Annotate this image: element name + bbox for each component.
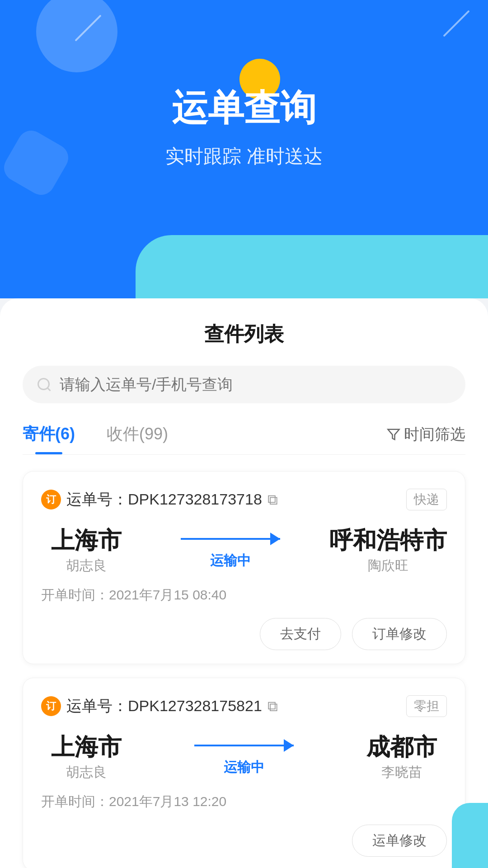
shipment-no-group-0: 订 运单号：DPK127328173718 ⧉ [41, 489, 278, 510]
action-btn-edit-1[interactable]: 运单修改 [352, 825, 447, 857]
search-input[interactable] [60, 376, 452, 393]
shipment-card-1: 订 运单号：DPK127328175821 ⧉ 零担 上海市 胡志良 运输中 [23, 678, 465, 868]
deco-line-tr [443, 10, 469, 37]
card-container: 查件列表 寄件(6) 收件(99) 时间筛选 订 [0, 298, 488, 868]
svg-point-0 [38, 378, 49, 389]
search-icon [36, 377, 52, 393]
shipment-date-1: 开单时间：2021年7月13 12:20 [41, 793, 447, 811]
from-section-1: 上海市 胡志良 [41, 731, 131, 782]
copy-icon-0[interactable]: ⧉ [267, 491, 278, 508]
deco-shape-bl [0, 126, 73, 200]
tabs-bar: 寄件(6) 收件(99) 时间筛选 [23, 423, 465, 455]
to-person-1: 李晓苗 [357, 763, 447, 782]
main-content: 查件列表 寄件(6) 收件(99) 时间筛选 订 [0, 298, 488, 868]
shipment-actions-0: 去支付 订单修改 [41, 618, 447, 650]
to-city-0: 呼和浩特市 [329, 525, 447, 557]
shipment-header-1: 订 运单号：DPK127328175821 ⧉ 零担 [41, 695, 447, 717]
tab-filter[interactable]: 时间筛选 [387, 424, 465, 454]
action-btn-pay-0[interactable]: 去支付 [260, 618, 341, 650]
deco-circle-tl [36, 0, 117, 72]
shipment-card-0: 订 运单号：DPK127328173718 ⧉ 快递 上海市 胡志良 运输中 [23, 471, 465, 664]
shipment-date-0: 开单时间：2021年7月15 08:40 [41, 586, 447, 604]
from-city-1: 上海市 [41, 731, 131, 763]
route-section-1: 上海市 胡志良 运输中 成都市 李晓苗 [41, 731, 447, 782]
wave-section [0, 235, 488, 298]
arrow-line-1 [194, 745, 294, 746]
deco-cyan-right [452, 803, 488, 868]
shipment-no-0: 运单号：DPK127328173718 [66, 489, 262, 510]
card-title: 查件列表 [23, 321, 465, 348]
from-city-0: 上海市 [41, 525, 131, 557]
from-section-0: 上海市 胡志良 [41, 525, 131, 575]
hero-subtitle: 实时跟踪 准时送达 [165, 144, 323, 169]
hero-section: 运单查询 实时跟踪 准时送达 [0, 0, 488, 235]
from-person-0: 胡志良 [41, 557, 131, 575]
route-center-0: 运输中 [131, 530, 329, 570]
svg-marker-2 [388, 429, 399, 439]
search-bar[interactable] [23, 366, 465, 403]
tab-receive[interactable]: 收件(99) [107, 423, 168, 454]
route-center-1: 运输中 [131, 736, 357, 777]
route-arrow-0 [181, 530, 280, 548]
action-btn-edit-0[interactable]: 订单修改 [352, 618, 447, 650]
tab-send[interactable]: 寄件(6) [23, 423, 75, 454]
from-person-1: 胡志良 [41, 763, 131, 782]
to-section-1: 成都市 李晓苗 [357, 731, 447, 782]
svg-line-1 [47, 387, 51, 391]
filter-label: 时间筛选 [404, 424, 465, 445]
arrow-head-0 [270, 533, 280, 545]
order-icon-0: 订 [41, 490, 61, 509]
shipment-actions-1: 运单修改 [41, 825, 447, 857]
route-section-0: 上海市 胡志良 运输中 呼和浩特市 陶欣旺 [41, 525, 447, 575]
arrow-head-1 [284, 739, 294, 752]
route-arrow-1 [194, 736, 294, 755]
route-status-0: 运输中 [210, 552, 251, 570]
filter-icon [387, 428, 400, 441]
arrow-line-0 [181, 538, 280, 540]
type-badge-0: 快递 [406, 489, 447, 510]
shipment-header-0: 订 运单号：DPK127328173718 ⧉ 快递 [41, 489, 447, 510]
wave-inner [136, 235, 488, 298]
to-section-0: 呼和浩特市 陶欣旺 [329, 525, 447, 575]
type-badge-1: 零担 [406, 695, 447, 717]
shipment-no-1: 运单号：DPK127328175821 [66, 696, 262, 717]
to-person-0: 陶欣旺 [329, 557, 447, 575]
route-status-1: 运输中 [224, 758, 264, 777]
copy-icon-1[interactable]: ⧉ [267, 698, 278, 715]
shipment-no-group-1: 订 运单号：DPK127328175821 ⧉ [41, 696, 278, 717]
order-icon-1: 订 [41, 696, 61, 716]
page-title: 运单查询 [172, 84, 316, 133]
to-city-1: 成都市 [357, 731, 447, 763]
